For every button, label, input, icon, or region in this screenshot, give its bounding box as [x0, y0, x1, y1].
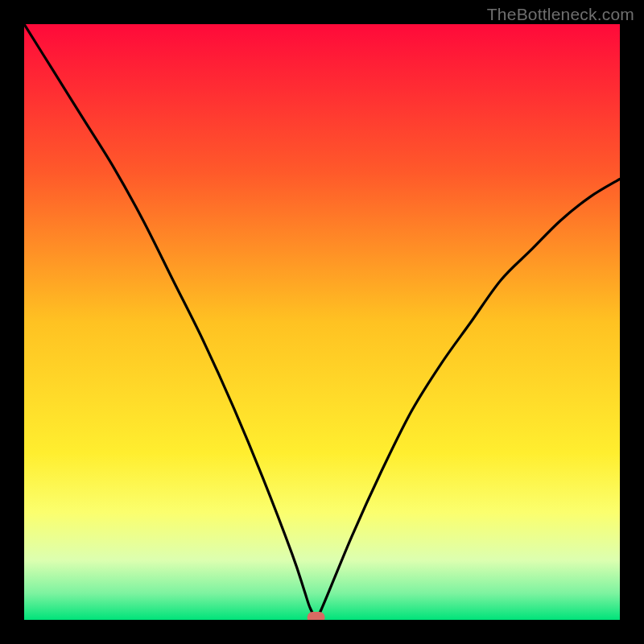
- chart-frame: TheBottleneck.com: [0, 0, 644, 644]
- gradient-background: [24, 24, 620, 620]
- watermark-text: TheBottleneck.com: [487, 5, 634, 24]
- plot-svg: [24, 24, 620, 620]
- optimal-marker: [308, 612, 325, 620]
- plot-area: [24, 24, 620, 620]
